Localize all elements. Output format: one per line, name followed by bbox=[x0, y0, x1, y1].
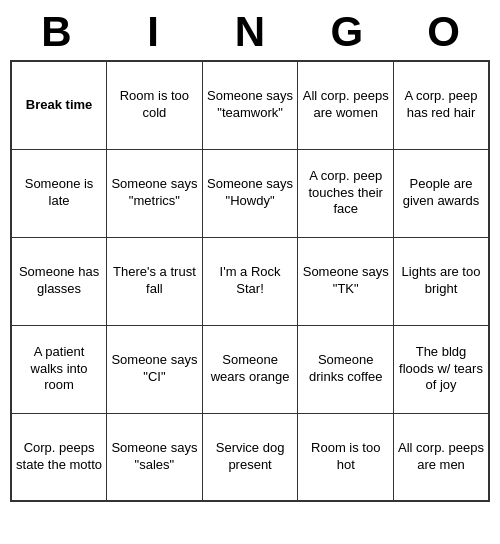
bingo-cell-0-1: Room is too cold bbox=[107, 61, 203, 149]
bingo-cell-0-4: A corp. peep has red hair bbox=[394, 61, 489, 149]
bingo-cell-1-4: People are given awards bbox=[394, 149, 489, 237]
bingo-cell-2-2: I'm a Rock Star! bbox=[202, 237, 298, 325]
bingo-cell-2-0: Someone has glasses bbox=[11, 237, 107, 325]
bingo-cell-4-1: Someone says "sales" bbox=[107, 413, 203, 501]
bingo-cell-3-1: Someone says "CI" bbox=[107, 325, 203, 413]
bingo-cell-3-3: Someone drinks coffee bbox=[298, 325, 394, 413]
bingo-cell-0-0: Break time bbox=[11, 61, 107, 149]
bingo-letter-n: N bbox=[220, 8, 280, 56]
bingo-row-2: Someone has glassesThere's a trust fallI… bbox=[11, 237, 489, 325]
bingo-row-0: Break timeRoom is too coldSomeone says "… bbox=[11, 61, 489, 149]
bingo-cell-2-3: Someone says "TK" bbox=[298, 237, 394, 325]
bingo-row-1: Someone is lateSomeone says "metrics"Som… bbox=[11, 149, 489, 237]
bingo-grid: Break timeRoom is too coldSomeone says "… bbox=[10, 60, 490, 502]
bingo-cell-1-3: A corp. peep touches their face bbox=[298, 149, 394, 237]
bingo-cell-4-4: All corp. peeps are men bbox=[394, 413, 489, 501]
bingo-cell-3-0: A patient walks into room bbox=[11, 325, 107, 413]
bingo-cell-2-1: There's a trust fall bbox=[107, 237, 203, 325]
bingo-cell-1-0: Someone is late bbox=[11, 149, 107, 237]
bingo-cell-2-4: Lights are too bright bbox=[394, 237, 489, 325]
bingo-letter-o: O bbox=[414, 8, 474, 56]
bingo-cell-0-2: Someone says "teamwork" bbox=[202, 61, 298, 149]
bingo-letter-g: G bbox=[317, 8, 377, 56]
bingo-row-4: Corp. peeps state the mottoSomeone says … bbox=[11, 413, 489, 501]
bingo-letter-i: I bbox=[123, 8, 183, 56]
bingo-cell-0-3: All corp. peeps are women bbox=[298, 61, 394, 149]
bingo-header: BINGO bbox=[8, 8, 492, 56]
bingo-cell-4-0: Corp. peeps state the motto bbox=[11, 413, 107, 501]
bingo-cell-1-2: Someone says "Howdy" bbox=[202, 149, 298, 237]
bingo-letter-b: B bbox=[26, 8, 86, 56]
bingo-row-3: A patient walks into roomSomeone says "C… bbox=[11, 325, 489, 413]
bingo-cell-3-2: Someone wears orange bbox=[202, 325, 298, 413]
bingo-cell-4-2: Service dog present bbox=[202, 413, 298, 501]
bingo-cell-4-3: Room is too hot bbox=[298, 413, 394, 501]
bingo-cell-1-1: Someone says "metrics" bbox=[107, 149, 203, 237]
bingo-cell-3-4: The bldg floods w/ tears of joy bbox=[394, 325, 489, 413]
